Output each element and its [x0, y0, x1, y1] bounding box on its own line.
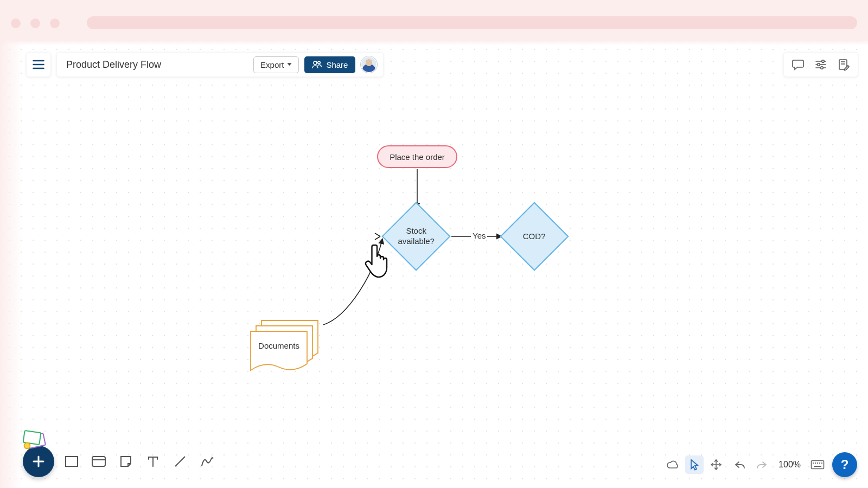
- pan-mode-button[interactable]: [707, 455, 725, 474]
- svg-rect-37: [814, 466, 821, 467]
- flow-decision-stock[interactable]: Stock available?: [381, 202, 450, 271]
- main-menu-button[interactable]: [26, 52, 51, 77]
- freehand-tool[interactable]: [197, 452, 217, 471]
- line-tool[interactable]: [170, 452, 190, 471]
- flow-start-node[interactable]: Place the order: [377, 145, 457, 168]
- address-bar-placeholder: [87, 16, 857, 29]
- text-tool[interactable]: [143, 452, 163, 471]
- sticky-note-tool[interactable]: [116, 452, 136, 471]
- zoom-level-display[interactable]: 100%: [776, 460, 803, 470]
- card-icon: [91, 455, 106, 467]
- window-dot: [50, 18, 60, 28]
- share-button-label: Share: [326, 60, 348, 69]
- connectors-layer: [0, 40, 868, 488]
- move-icon: [710, 459, 722, 471]
- svg-point-6: [822, 60, 825, 63]
- left-fade: [0, 40, 23, 488]
- card-tool[interactable]: [89, 452, 108, 471]
- flow-decision-cod[interactable]: COD?: [500, 202, 569, 271]
- svg-rect-32: [813, 463, 814, 464]
- settings-sliders-button[interactable]: [809, 54, 832, 75]
- comments-button[interactable]: [787, 54, 809, 75]
- title-pill: Product Delivery Flow Export Share: [56, 52, 384, 77]
- svg-point-8: [818, 63, 820, 66]
- text-icon: [147, 455, 159, 468]
- flow-decision-cod-label: COD?: [523, 232, 546, 242]
- svg-rect-21: [66, 457, 78, 466]
- svg-point-10: [821, 67, 824, 69]
- plus-icon: [31, 454, 46, 468]
- diagram-canvas[interactable]: Product Delivery Flow Export Share: [0, 40, 868, 488]
- svg-point-3: [314, 61, 317, 65]
- caret-down-icon: [287, 63, 292, 66]
- canvas-mode-cluster: [663, 455, 725, 474]
- flow-start-label: Place the order: [390, 152, 445, 162]
- bottom-right-toolbar: 100% ?: [663, 452, 857, 477]
- chat-bubble-icon: [792, 59, 805, 70]
- svg-point-4: [318, 61, 321, 64]
- line-icon: [173, 454, 187, 468]
- export-button[interactable]: Export: [253, 56, 299, 73]
- undo-button[interactable]: [731, 455, 749, 474]
- window-control-dots: [11, 18, 60, 28]
- svg-rect-31: [812, 461, 824, 469]
- keyboard-icon: [810, 460, 825, 470]
- help-button[interactable]: ?: [832, 452, 857, 477]
- svg-point-18: [24, 443, 30, 449]
- flow-edge-yes-label: Yes: [471, 231, 487, 240]
- people-icon: [312, 60, 322, 69]
- cloud-sync-button[interactable]: [663, 455, 682, 474]
- shape-tools: [62, 452, 217, 471]
- bottom-left-toolbar: [23, 446, 217, 477]
- flow-documents-node[interactable]: Documents: [250, 319, 323, 370]
- browser-chrome: [0, 0, 868, 40]
- top-left-toolbar: Product Delivery Flow Export Share: [26, 52, 384, 77]
- export-button-label: Export: [260, 60, 284, 69]
- top-fade: [0, 40, 868, 46]
- edit-page-button[interactable]: [832, 54, 855, 75]
- flow-documents-label: Documents: [250, 341, 308, 350]
- document-title[interactable]: Product Delivery Flow: [66, 59, 248, 70]
- svg-rect-34: [817, 463, 818, 464]
- hand-cursor-icon: [365, 242, 394, 278]
- sticky-note-icon: [119, 455, 132, 468]
- flow-decision-stock-label: Stock available?: [393, 226, 439, 247]
- share-button[interactable]: Share: [304, 56, 355, 73]
- top-right-toolbar: [783, 52, 858, 77]
- help-label: ?: [841, 457, 849, 472]
- rectangle-tool[interactable]: [62, 452, 81, 471]
- svg-rect-33: [815, 463, 816, 464]
- hamburger-icon: [33, 60, 44, 69]
- svg-line-28: [175, 457, 185, 466]
- undo-icon: [734, 460, 746, 469]
- svg-rect-35: [819, 463, 820, 464]
- rectangle-icon: [65, 455, 79, 467]
- cloud-icon: [666, 460, 679, 470]
- page-edit-icon: [837, 58, 850, 71]
- history-cluster: [731, 455, 771, 474]
- svg-rect-36: [821, 463, 822, 464]
- window-dot: [30, 18, 40, 28]
- redo-button[interactable]: [752, 455, 771, 474]
- svg-rect-22: [92, 457, 105, 466]
- sliders-icon: [814, 59, 827, 70]
- window-dot: [11, 18, 21, 28]
- freehand-icon: [200, 455, 215, 468]
- cursor-icon: [689, 459, 700, 471]
- shapes-peek-icon: [21, 429, 51, 449]
- select-mode-button[interactable]: [685, 455, 704, 474]
- user-avatar[interactable]: [361, 56, 377, 73]
- keyboard-shortcuts-button[interactable]: [808, 455, 827, 474]
- add-shape-button[interactable]: [23, 446, 54, 477]
- redo-icon: [756, 460, 768, 469]
- svg-rect-17: [23, 431, 41, 445]
